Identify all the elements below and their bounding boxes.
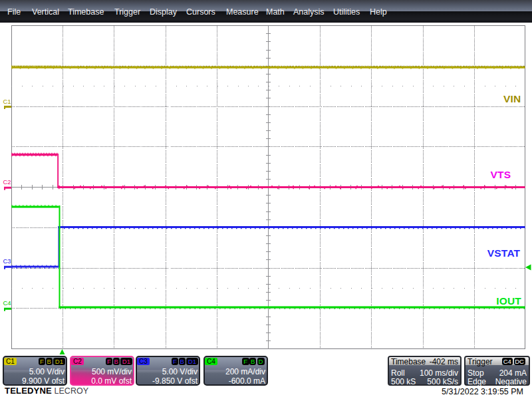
svg-text:VTS: VTS: [491, 169, 511, 180]
svg-text:VIN: VIN: [503, 93, 521, 104]
svg-text:C2: C2: [3, 178, 11, 186]
svg-text:VSTAT: VSTAT: [487, 247, 521, 259]
svg-text:C1: C1: [3, 98, 11, 105]
svg-text:C3: C3: [3, 257, 11, 265]
svg-text:C4: C4: [3, 299, 11, 307]
svg-text:IOUT: IOUT: [496, 295, 521, 307]
